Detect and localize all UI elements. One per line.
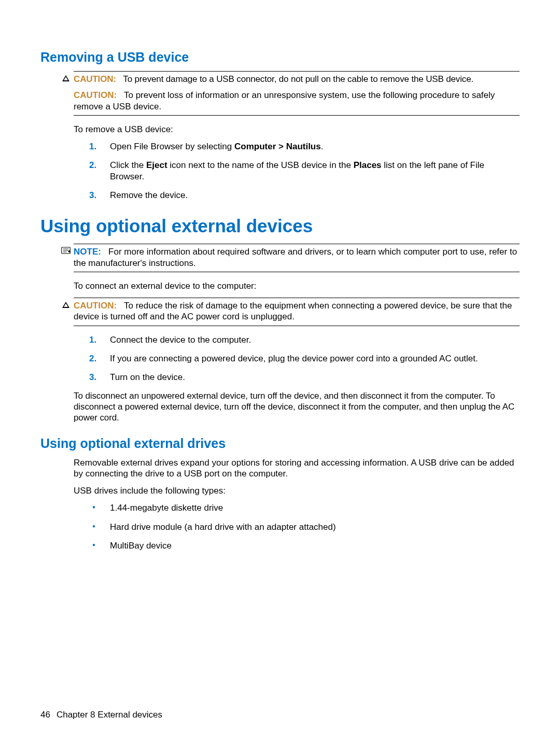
list-number: 1. — [89, 141, 96, 152]
list-item: 3. Turn on the device. — [89, 372, 520, 383]
list-item: 2. Click the Eject icon next to the name… — [89, 160, 520, 182]
caution-text: To reduce the risk of damage to the equi… — [74, 301, 512, 321]
list-number: 1. — [89, 334, 96, 346]
step-text: If you are connecting a powered device, … — [110, 354, 478, 363]
bold-text: Places — [354, 160, 382, 170]
caution-triangle-icon — [61, 74, 71, 83]
note-icon — [61, 247, 71, 256]
list-item: 3. Remove the device. — [89, 190, 520, 201]
caution-block-2: CAUTION: To reduce the risk of damage to… — [74, 298, 520, 326]
step-text: Open File Browser by selecting — [110, 142, 234, 151]
step-text: Click the — [110, 160, 146, 170]
caution-label: CAUTION: — [74, 74, 116, 84]
caution-label: CAUTION: — [74, 301, 117, 311]
list-item: Hard drive module (a hard drive with an … — [89, 522, 520, 533]
list-item: 1. Connect the device to the computer. — [89, 334, 520, 346]
list-item: 2. If you are connecting a powered devic… — [89, 353, 520, 364]
page-footer: 46Chapter 8 External devices — [40, 710, 162, 720]
caution-triangle-icon — [61, 301, 71, 310]
list-number: 2. — [89, 160, 96, 171]
paragraph: USB drives include the following types: — [74, 485, 520, 496]
note-block: NOTE: For more information about require… — [74, 244, 520, 272]
step-text: Remove the device. — [110, 190, 188, 200]
bullet-text: Hard drive module (a hard drive with an … — [110, 522, 336, 532]
ordered-list-remove-usb: 1. Open File Browser by selecting Comput… — [89, 141, 520, 201]
step-text: . — [321, 142, 324, 151]
document-page: Removing a USB device CAUTION: To preven… — [0, 0, 560, 745]
intro-text: To remove a USB device: — [74, 124, 520, 135]
bold-text: Eject — [146, 160, 167, 170]
bullet-text: 1.44-megabyte diskette drive — [110, 503, 223, 513]
caution-block-1: CAUTION: To prevent damage to a USB conn… — [74, 71, 520, 116]
ordered-list-connect-device: 1. Connect the device to the computer. 2… — [89, 334, 520, 383]
step-text: Turn on the device. — [110, 372, 185, 382]
list-number: 3. — [89, 372, 96, 383]
caution-text: To prevent loss of information or an unr… — [74, 90, 495, 111]
page-number: 46 — [40, 710, 50, 720]
outro-text: To disconnect an unpowered external devi… — [74, 390, 520, 424]
bold-text: Computer > Nautilus — [234, 142, 321, 151]
heading-external-devices: Using optional external devices — [40, 216, 520, 236]
bullet-text: MultiBay device — [110, 541, 172, 551]
intro-text: To connect an external device to the com… — [74, 280, 520, 291]
list-number: 2. — [89, 353, 96, 364]
caution-text: To prevent damage to a USB connector, do… — [123, 74, 473, 84]
step-text: Connect the device to the computer. — [110, 335, 251, 345]
bullet-list-drive-types: 1.44-megabyte diskette drive Hard drive … — [89, 502, 520, 551]
step-text: icon next to the name of the USB device … — [167, 160, 354, 170]
chapter-label: Chapter 8 External devices — [57, 710, 162, 720]
heading-removing-usb: Removing a USB device — [40, 50, 520, 65]
list-number: 3. — [89, 190, 96, 201]
paragraph: Removable external drives expand your op… — [74, 457, 520, 480]
list-item: MultiBay device — [89, 540, 520, 552]
note-text: For more information about required soft… — [74, 247, 517, 268]
note-label: NOTE: — [74, 247, 101, 257]
list-item: 1. Open File Browser by selecting Comput… — [89, 141, 520, 152]
caution-label: CAUTION: — [74, 90, 117, 100]
heading-external-drives: Using optional external drives — [40, 436, 520, 451]
list-item: 1.44-megabyte diskette drive — [89, 502, 520, 514]
